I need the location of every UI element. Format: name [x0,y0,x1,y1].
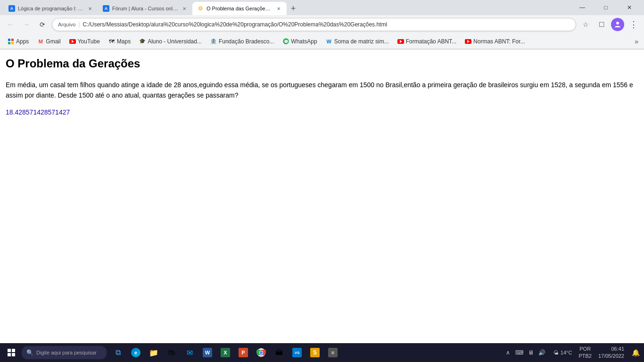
tab-3-title: O Problema das Gerações.html [206,6,272,11]
bookmark-aluno-label: Aluno - Universidad... [148,38,202,45]
minimize-button[interactable]: — [571,1,593,14]
bookmark-bradesco-label: Fundação Bradesco... [219,38,274,45]
bookmark-formatacao-label: Formatação ABNT... [406,38,456,45]
svg-rect-1 [8,39,10,41]
whatsapp-icon: 💬 [282,38,289,45]
soma-icon: W [326,38,332,45]
tab-2-title: Fórum | Alura - Cursos online de... [112,6,178,11]
url-text: C:/Users/Messias/Desktop/alura%20curso%2… [83,21,570,28]
bookmark-maps[interactable]: 🗺 Maps [105,36,134,47]
page-content: O Problema da Gerações Em média, um casa… [0,49,644,344]
split-screen-button[interactable]: ☐ [595,18,608,31]
bookmark-soma[interactable]: W Soma de matriz sim... [322,36,393,47]
bookmark-apps[interactable]: Apps [4,36,33,47]
bookmark-gmail[interactable]: M Gmail [33,36,64,47]
bookmark-normas[interactable]: Normas ABNT: For... [461,36,528,47]
page-result: 18.428571428571427 [6,108,638,116]
close-button[interactable]: ✕ [619,1,640,14]
title-bar: A Lógica de programação l: os pri... ✕ A… [0,0,644,15]
bookmark-apps-label: Apps [16,38,29,45]
apps-icon [8,38,14,45]
bookmark-whatsapp-label: WhatsApp [291,38,317,45]
tab-1[interactable]: A Lógica de programação l: os pri... ✕ [4,2,98,15]
bookmark-youtube-label: YouTube [78,38,100,45]
bookmark-normas-label: Normas ABNT: For... [473,38,525,45]
maps-icon: 🗺 [108,38,115,45]
bookmark-whatsapp[interactable]: 💬 WhatsApp [279,36,321,47]
new-tab-button[interactable]: + [287,2,300,15]
forward-button[interactable]: → [20,18,33,31]
tab-1-title: Lógica de programação l: os pri... [18,6,84,11]
svg-text:💬: 💬 [284,39,289,44]
aluno-icon: 🎓 [139,38,146,45]
bookmark-youtube[interactable]: YouTube [66,36,104,47]
svg-rect-3 [8,42,10,44]
svg-point-0 [616,22,619,25]
bradesco-icon: 🏦 [210,38,217,45]
bookmark-star-button[interactable]: ☆ [579,18,592,31]
window-controls: — □ ✕ [571,1,640,14]
browser-chrome: A Lógica de programação l: os pri... ✕ A… [0,0,644,49]
bookmark-bradesco[interactable]: 🏦 Fundação Bradesco... [206,36,278,47]
page-body: Em média, um casal tem filhos quando ati… [6,80,638,101]
tab-2-favicon: A [103,5,109,12]
tab-3-close[interactable]: ✕ [275,5,282,12]
svg-rect-4 [11,42,14,44]
bookmarks-more-button[interactable]: » [633,38,640,45]
protocol-label: Arquivo [58,22,75,27]
bookmarks-bar: Apps M Gmail YouTube 🗺 Maps 🎓 Aluno - Un… [0,34,644,49]
bookmark-aluno[interactable]: 🎓 Aluno - Universidad... [135,36,206,47]
tab-3[interactable]: ⚙ O Problema das Gerações.html ✕ [192,2,287,15]
taskbar: 🔍 Digite aqui para pesquisar ⧉ e 📁 🛍 ✉ W… [0,343,644,344]
url-separator: | [78,21,80,28]
restore-button[interactable]: □ [595,1,617,14]
bookmark-gmail-label: Gmail [46,38,60,45]
tab-2[interactable]: A Fórum | Alura - Cursos online de... ✕ [98,2,192,15]
profile-button[interactable] [611,18,624,31]
tab-1-close[interactable]: ✕ [87,5,93,12]
youtube-icon [69,38,76,45]
page-title: O Problema da Gerações [6,57,638,70]
gmail-icon: M [37,38,44,45]
bookmark-soma-label: Soma de matriz sim... [334,38,389,45]
refresh-button[interactable]: ⟳ [36,18,49,31]
formatacao-icon [397,38,404,45]
back-button[interactable]: ← [4,18,17,31]
normas-icon [465,38,471,45]
tab-1-favicon: A [8,5,15,12]
bookmark-formatacao[interactable]: Formatação ABNT... [394,36,460,47]
bookmark-maps-label: Maps [117,38,131,45]
tab-3-favicon: ⚙ [197,5,204,12]
browser-menu-button[interactable]: ⋮ [627,18,640,31]
address-bar: ← → ⟳ Arquivo | C:/Users/Messias/Desktop… [0,15,644,34]
svg-rect-2 [11,39,14,41]
tabs-area: A Lógica de programação l: os pri... ✕ A… [4,0,571,15]
tab-2-close[interactable]: ✕ [181,5,188,12]
url-bar[interactable]: Arquivo | C:/Users/Messias/Desktop/alura… [52,18,576,31]
